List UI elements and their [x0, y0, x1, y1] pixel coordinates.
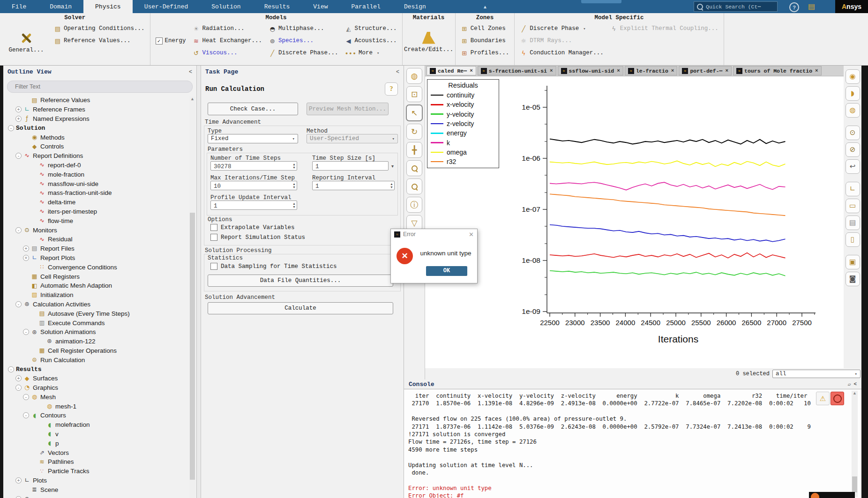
tree-item-flow-time[interactable]: ∿flow-time	[3, 216, 189, 225]
pill-button[interactable]: ▭	[846, 199, 860, 213]
tree-item-initialization[interactable]: ▧Initialization	[3, 290, 189, 300]
tab-close-icon[interactable]: ×	[815, 68, 818, 74]
collapse-icon[interactable]: -	[15, 301, 22, 307]
tree-item-solution-animations[interactable]: -⊛Solution Animations	[3, 327, 189, 337]
mesh-ell-button[interactable]: ◍	[846, 103, 860, 118]
reference-values-button[interactable]: ▤Reference Values...	[54, 35, 145, 47]
collapse-icon[interactable]: -	[23, 394, 29, 400]
close-icon[interactable]: ✕	[469, 231, 474, 238]
checkbox-icon[interactable]	[210, 263, 217, 270]
tree-item-mass-fraction-unit-side[interactable]: ∿mass-fraction-unit-side	[3, 188, 189, 198]
tree-item-scene[interactable]: ≣Scene	[3, 485, 189, 494]
dtrm-rays-button[interactable]: ☼DTRM Rays...	[520, 35, 604, 47]
tree-item-cell-registers[interactable]: ▦Cell Registers	[3, 272, 189, 281]
tree-item-mole-fraction[interactable]: ∿mole-fraction	[3, 170, 189, 179]
tree-item-cell-register-operations[interactable]: ▦Cell Register Operations	[3, 346, 189, 356]
help-icon[interactable]: ?	[789, 2, 799, 12]
tree-item-iters-per-timestep[interactable]: ∿iters-per-timestep	[3, 207, 189, 216]
tree-item-plots[interactable]: +∟Plots	[3, 476, 189, 485]
data-sampling-checkbox[interactable]: Data Sampling for Time Statistics	[210, 263, 337, 270]
console-output[interactable]: iter continuity x-velocity y-velocity z-…	[404, 389, 861, 498]
filter-text-field[interactable]	[7, 81, 193, 93]
expand-icon[interactable]: +	[15, 116, 22, 122]
collapse-icon[interactable]: -	[15, 153, 22, 159]
tab-caled-re[interactable]: ≈caled Re⋯×	[427, 66, 476, 75]
spinner-icon[interactable]: ▲▼	[292, 182, 296, 189]
tree-item-particle-tracks[interactable]: ∵Particle Tracks	[3, 467, 189, 476]
tab-le-fractio[interactable]: ≈le-fractio×	[625, 66, 678, 75]
tab-close-icon[interactable]: ×	[617, 68, 620, 74]
discrete-phase-button[interactable]: ╱Discrete Phase▾	[520, 22, 604, 35]
data-file-quantities-button[interactable]: Data File Quantities...	[208, 275, 393, 287]
checkbox-icon[interactable]	[210, 224, 217, 231]
tree-item-report-definitions[interactable]: -∿Report Definitions	[3, 151, 189, 161]
tree-item-residual[interactable]: ∿Residual	[3, 235, 189, 244]
console-scrollbar[interactable]: ▲	[852, 391, 858, 497]
checkbox-icon[interactable]	[210, 234, 217, 241]
profile-update-input[interactable]: ▲▼	[210, 201, 297, 210]
tab-s-fraction-unit-si[interactable]: ≈s-fraction-unit-si×	[478, 66, 556, 75]
tree-item-animation-122[interactable]: ⊛animation-122	[3, 337, 189, 346]
viscous-button[interactable]: ↺Viscous...	[193, 47, 262, 59]
collapse-icon[interactable]: -	[15, 385, 22, 391]
tree-item-pathlines[interactable]: ≋Pathlines	[3, 457, 189, 467]
tree-item-results[interactable]: -Results	[3, 364, 189, 374]
pan-button[interactable]: ╋	[406, 142, 422, 158]
blob-button[interactable]: ◗	[846, 86, 860, 101]
tab-port-def[interactable]: ≈port-def-⋯×	[679, 66, 732, 75]
collapse-icon[interactable]: -	[8, 125, 14, 131]
tree-item-delta-time[interactable]: ∿delta-time	[3, 198, 189, 207]
tab-close-icon[interactable]: ×	[470, 68, 473, 74]
type-dropdown[interactable]: Fixed▾	[208, 134, 298, 143]
time-step-size-input[interactable]	[312, 161, 389, 171]
tree-item-p[interactable]: ◖p	[3, 439, 189, 448]
tree-item-v[interactable]: ◖v	[3, 430, 189, 439]
info-button[interactable]: ⓘ	[406, 197, 422, 213]
menu-design[interactable]: Design	[392, 0, 438, 13]
tree-item-methods[interactable]: ◉Methods	[3, 133, 189, 142]
journal-icon[interactable]: ▤	[808, 2, 815, 11]
chevron-down-icon[interactable]: ▾	[377, 51, 379, 56]
chevron-down-icon[interactable]: ▾	[583, 26, 585, 31]
quick-search-input[interactable]: Quick Search (Ct⋯	[694, 1, 778, 12]
energy-button[interactable]: ✓Energy	[156, 35, 186, 47]
menu-physics[interactable]: Physics	[83, 0, 133, 13]
general-button[interactable]: General...	[5, 22, 47, 62]
menu-view[interactable]: View	[301, 0, 339, 13]
num-time-steps-input[interactable]: ▲▼	[210, 161, 297, 171]
operating-conditions-button[interactable]: ▤Operating Conditions...	[54, 22, 145, 35]
warning-button[interactable]: ⚠	[816, 392, 830, 405]
max-iterations-input[interactable]: ▲▼	[210, 181, 297, 190]
tree-item-vectors[interactable]: ⇗Vectors	[3, 448, 189, 457]
tree-item-run-calculation[interactable]: ⊜Run Calculation	[3, 355, 189, 364]
radiation-button[interactable]: ☀Radiation...	[193, 22, 262, 35]
scroll-up-icon[interactable]: ▲	[189, 97, 195, 103]
tree-item-clipped[interactable]: +⊛	[3, 494, 189, 498]
task-collapse-icon[interactable]: <	[396, 68, 399, 75]
menu-solution[interactable]: Solution	[200, 0, 252, 13]
tree-item-report-plots[interactable]: +∟Report Plots	[3, 253, 189, 263]
tree-item-report-def-0[interactable]: ∿report-def-0	[3, 161, 189, 170]
tree-item-reference-frames[interactable]: +∟Reference Frames	[3, 105, 189, 114]
conduction-manager-button[interactable]: ϟConduction Manager...	[520, 47, 604, 59]
tab-tours-of-mole-fractio[interactable]: ≈tours of Mole fractio×	[733, 66, 822, 75]
tree-item-report-files[interactable]: +▤Report Files	[3, 244, 189, 253]
tree-item-convergence-conditions[interactable]: ∷Convergence Conditions	[3, 262, 189, 272]
rotate-button[interactable]: ↻	[406, 124, 422, 140]
mesh-globe-button[interactable]: ◍	[406, 68, 422, 84]
copy-button[interactable]: ▣	[846, 255, 860, 269]
zoom-inout-button[interactable]	[406, 160, 422, 176]
tree-item-reference-values[interactable]: ▤Reference Values	[3, 96, 189, 105]
create-edit-button[interactable]: Create/Edit...	[408, 22, 450, 62]
ellipses-button[interactable]: ◉	[846, 69, 860, 84]
report-simulation-status-checkbox[interactable]: Report Simulation Status	[210, 234, 305, 241]
tree-item-molefraction[interactable]: ◖molefraction	[3, 420, 189, 430]
explicit-thermal-coupling-button[interactable]: ϟExplicit Thermal Coupling...	[610, 22, 718, 35]
filter-text-input[interactable]	[14, 83, 186, 90]
spinner-icon[interactable]: ▲▼	[292, 162, 296, 170]
collapse-icon[interactable]: -	[8, 366, 14, 372]
tree-item-named-expressions[interactable]: +ƒNamed Expressions	[3, 114, 189, 124]
cell-zones-button[interactable]: ⊞Cell Zones	[461, 22, 509, 35]
stop-button[interactable]	[831, 392, 844, 405]
menu-file[interactable]: File	[0, 0, 38, 13]
